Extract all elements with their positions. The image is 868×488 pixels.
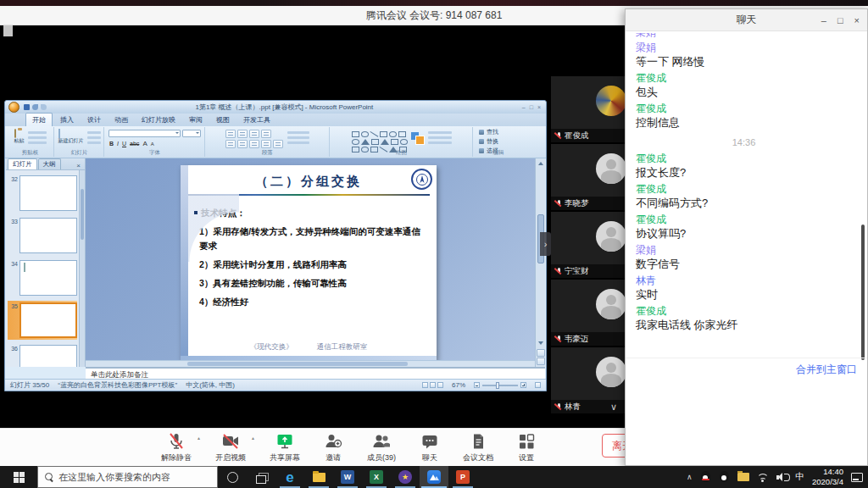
slide-thumbnail[interactable]: 33 xyxy=(8,216,77,255)
chevron-down-icon[interactable]: ∨ xyxy=(610,402,617,413)
chat-minimize-button[interactable]: – xyxy=(821,15,826,25)
strikethrough-icon[interactable]: abc xyxy=(130,141,139,147)
unmute-button[interactable]: 解除静音 xyxy=(158,432,195,463)
align-buttons[interactable] xyxy=(225,140,283,148)
search-input[interactable] xyxy=(58,472,203,482)
meeting-docs-button[interactable]: 会议文档 xyxy=(459,432,497,463)
cortana-button[interactable] xyxy=(218,466,247,488)
horizontal-scrollbar[interactable] xyxy=(86,360,537,367)
new-slide-button[interactable]: 新建幻灯片 xyxy=(58,130,84,144)
start-video-button[interactable]: 开启视频 xyxy=(212,432,249,463)
participant-tile[interactable]: 宁宝财 xyxy=(551,212,629,278)
merge-to-main-window-link[interactable]: 合并到主窗口 xyxy=(796,363,857,377)
vertical-scrollbar[interactable] xyxy=(535,158,545,367)
chat-titlebar[interactable]: 聊天 – □ × xyxy=(626,9,867,31)
tab-home[interactable]: 开始 xyxy=(25,113,53,126)
network-icon[interactable] xyxy=(757,473,769,482)
task-view-button[interactable] xyxy=(247,466,275,488)
tab-slideshow[interactable]: 幻灯片放映 xyxy=(136,114,181,126)
mic-options-caret-icon[interactable]: ▲ xyxy=(197,435,201,441)
volume-icon[interactable] xyxy=(776,473,788,482)
office-button[interactable] xyxy=(8,102,19,113)
settings-button[interactable]: 设置 xyxy=(508,432,545,463)
list-buttons[interactable] xyxy=(225,130,283,138)
ppt-titlebar[interactable]: 1第1章 概述（上课）.ppt [兼容模式] - Microsoft Power… xyxy=(5,101,546,114)
bold-icon[interactable]: B xyxy=(109,141,114,147)
zoom-slider-handle[interactable] xyxy=(496,382,499,389)
tab-review[interactable]: 审阅 xyxy=(183,114,209,126)
share-screen-button[interactable]: 共享屏幕 xyxy=(266,432,303,463)
ppt-maximize-button[interactable]: □ xyxy=(530,104,533,110)
chat-input-area[interactable] xyxy=(626,381,867,465)
slide-thumbnail[interactable]: 32 xyxy=(8,174,77,213)
video-options-caret-icon[interactable]: ▲ xyxy=(251,435,255,441)
arrange-icon[interactable] xyxy=(411,132,425,144)
redo-icon[interactable] xyxy=(41,104,47,110)
font-name-dropdown[interactable] xyxy=(108,130,181,137)
tray-folder-icon[interactable] xyxy=(737,473,749,481)
shrink-font-icon[interactable]: A xyxy=(151,141,154,147)
taskbar-app-word[interactable]: W xyxy=(333,466,362,488)
slide[interactable]: （二）分组交换 技术特点： 1）采用存储/转发方式，支持异种终端间的可变速率通信… xyxy=(181,165,437,360)
paste-button[interactable]: 粘贴 xyxy=(14,130,25,144)
fit-to-window-button[interactable] xyxy=(535,382,541,388)
previous-slide-button[interactable] xyxy=(537,349,545,357)
tab-insert[interactable]: 插入 xyxy=(54,114,80,126)
taskbar-app-star[interactable]: ★ xyxy=(391,466,420,488)
chat-maximize-button[interactable]: □ xyxy=(837,15,843,25)
tab-animations[interactable]: 动画 xyxy=(108,114,134,126)
qq-icon[interactable] xyxy=(719,471,730,484)
participant-tile[interactable]: 霍俊成 xyxy=(551,76,629,142)
clipboard-small-buttons[interactable] xyxy=(28,130,47,144)
slide-thumbnail[interactable]: 34 xyxy=(8,258,77,297)
taskbar-app-explorer[interactable] xyxy=(304,466,333,488)
view-mode-buttons[interactable] xyxy=(422,382,443,388)
tab-design[interactable]: 设计 xyxy=(81,114,107,126)
collapse-video-panel-handle[interactable]: › xyxy=(540,232,551,256)
italic-icon[interactable]: I xyxy=(117,141,119,147)
tab-developer[interactable]: 开发工具 xyxy=(237,114,276,126)
input-language-indicator[interactable]: 中 xyxy=(796,471,805,483)
zoom-slider[interactable] xyxy=(474,382,526,388)
qq-icon[interactable] xyxy=(700,471,711,484)
taskbar-app-powerpoint[interactable]: P xyxy=(448,466,477,488)
scroll-down-icon[interactable] xyxy=(538,341,543,345)
zoom-in-icon[interactable] xyxy=(520,382,526,388)
tab-view[interactable]: 视图 xyxy=(210,114,236,126)
undo-icon[interactable] xyxy=(32,104,38,110)
font-style-buttons[interactable]: B I U abc A A xyxy=(105,137,204,147)
tray-expand-icon[interactable]: ∧ xyxy=(687,473,693,481)
zoom-out-icon[interactable] xyxy=(474,382,480,388)
participant-tile[interactable]: 林青 ∨ xyxy=(551,347,629,413)
replace-button[interactable]: 替换 xyxy=(474,136,523,146)
underline-icon[interactable]: U xyxy=(122,141,126,147)
taskbar-app-meeting[interactable] xyxy=(420,466,448,488)
slides-small-buttons[interactable] xyxy=(87,130,101,144)
chat-message-list[interactable]: 梁娟 梁娟 等一下 网络慢 霍俊成 包头 霍俊成 控制信息 14:36 霍俊成 xyxy=(626,31,862,358)
invite-button[interactable]: 邀请 xyxy=(314,432,352,463)
members-button[interactable]: 成员(39) xyxy=(363,432,400,463)
taskbar-clock[interactable]: 14:40 2020/3/4 xyxy=(812,467,843,487)
chat-scrollbar[interactable] xyxy=(861,225,865,360)
slides-pane-scrollbar[interactable] xyxy=(79,170,85,367)
save-icon[interactable] xyxy=(24,104,30,110)
shape-style-buttons[interactable] xyxy=(428,130,452,144)
font-size-dropdown[interactable] xyxy=(182,130,201,137)
grow-font-icon[interactable]: A xyxy=(142,140,147,147)
taskbar-app-edge[interactable]: e xyxy=(275,466,304,488)
slide-thumbnail-selected[interactable]: 35 xyxy=(8,301,77,340)
start-button[interactable] xyxy=(0,466,37,488)
slide-thumbnail[interactable]: 36 xyxy=(8,343,77,367)
pane-tab-slides[interactable]: 幻灯片 xyxy=(8,158,37,169)
participant-tile[interactable]: 李晓梦 xyxy=(551,144,629,210)
participant-tile[interactable]: 韦豪迈 xyxy=(551,280,629,346)
action-center-icon[interactable] xyxy=(851,473,863,482)
scroll-up-icon[interactable] xyxy=(538,162,543,165)
next-slide-button[interactable] xyxy=(537,358,545,365)
find-button[interactable]: 查找 xyxy=(474,127,523,136)
pane-tab-outline[interactable]: 大纲 xyxy=(38,158,61,169)
chat-button[interactable]: 聊天 xyxy=(411,432,448,463)
taskbar-search[interactable] xyxy=(37,466,218,488)
taskbar-app-excel[interactable]: X xyxy=(362,466,391,488)
chat-close-button[interactable]: × xyxy=(854,15,860,25)
